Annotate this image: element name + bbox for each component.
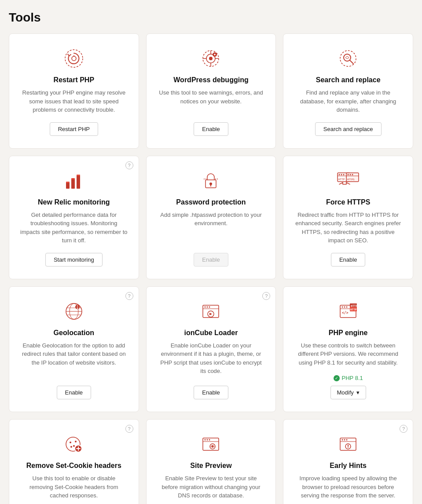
early-hints-info-icon[interactable]: ? (400, 425, 407, 433)
ioncube-loader-icon (199, 300, 222, 323)
ioncube-button[interactable]: Enable (194, 386, 228, 399)
card-restart-php: Restart PHP Restarting your PHP engine m… (9, 33, 139, 149)
svg-point-77 (212, 446, 213, 447)
geolocation-icon (62, 300, 85, 323)
remove-cookie-icon (62, 433, 85, 456)
svg-point-63 (70, 442, 71, 443)
wordpress-debugging-button[interactable]: Enable (194, 122, 228, 136)
early-hints-title: Early Hints (330, 462, 367, 470)
geolocation-button[interactable]: Enable (57, 386, 91, 399)
svg-point-66 (70, 446, 72, 448)
php-version-status: PHP 8.1 (334, 375, 363, 381)
card-password-protection: Password protection Add simple .htpasswd… (146, 156, 276, 279)
svg-point-5 (209, 57, 213, 60)
svg-point-82 (346, 439, 348, 441)
force-https-desc: Redirect traffic from HTTP to HTTPS for … (294, 211, 402, 245)
wordpress-debugging-desc: Use this tool to see warnings, errors, a… (157, 88, 265, 114)
card-remove-cookie: ? Remove Set-Cookie headers Use this too… (9, 419, 139, 504)
restart-php-title: Restart PHP (54, 76, 94, 84)
remove-cookie-desc: Use this tool to enable or disable remov… (20, 474, 128, 500)
early-hints-desc: Improve loading speed by allowing the br… (294, 474, 402, 500)
svg-point-54 (342, 306, 343, 307)
password-protection-title: Password protection (176, 198, 246, 206)
restart-php-icon (62, 47, 85, 70)
site-preview-title: Site Preview (190, 462, 231, 470)
chevron-down-icon: ▾ (356, 389, 360, 396)
svg-point-74 (207, 439, 208, 441)
site-preview-desc: Enable Site Preview to test your site be… (157, 474, 265, 504)
page-title: Tools (9, 11, 413, 25)
new-relic-desc: Get detailed performance data for troubl… (20, 211, 128, 245)
site-preview-icon (199, 433, 222, 456)
svg-text:HTTPS: HTTPS (347, 178, 355, 181)
force-https-title: Force HTTPS (326, 198, 370, 206)
svg-point-56 (346, 306, 348, 307)
search-replace-desc: Find and replace any value in the databa… (294, 88, 402, 114)
svg-line-15 (350, 60, 353, 64)
modify-button-label: Modify (337, 389, 354, 396)
card-site-preview: Site Preview Enable Site Preview to test… (146, 419, 276, 504)
force-https-icon: HTTP HTTPS (337, 169, 360, 192)
new-relic-button[interactable]: Start monitoring (45, 253, 103, 267)
card-force-https: HTTP HTTPS Force HTTPS Redirect traffic … (283, 156, 413, 279)
new-relic-info-icon[interactable]: ? (125, 161, 133, 169)
svg-text:HTTPS: HTTPS (350, 308, 358, 311)
card-ioncube: ? ionCube Loader Enable ionCube Loader o… (146, 286, 276, 413)
card-php-engine: HTTP </> HTTPS PHP engine Use these cont… (283, 286, 413, 413)
remove-cookie-title: Remove Set-Cookie headers (26, 462, 121, 470)
card-search-replace: Search and replace Find and replace any … (283, 33, 413, 149)
remove-cookie-info-icon[interactable]: ? (125, 425, 133, 433)
card-wordpress-debugging: WordPress debugging Use this tool to see… (146, 33, 276, 149)
geolocation-info-icon[interactable]: ? (125, 292, 133, 300)
svg-point-50 (209, 306, 210, 307)
php-engine-desc: Use these controls to switch between dif… (294, 341, 402, 367)
svg-point-37 (352, 174, 353, 175)
php-engine-modify-button[interactable]: Modify ▾ (330, 386, 366, 399)
svg-point-23 (209, 183, 212, 185)
php-status-dot (334, 375, 340, 381)
password-protection-icon (199, 169, 222, 192)
svg-point-85 (348, 447, 349, 448)
svg-point-49 (207, 306, 208, 307)
svg-point-80 (342, 439, 343, 441)
password-protection-button: Enable (194, 253, 228, 267)
svg-point-1 (72, 56, 76, 61)
php-version-label: PHP 8.1 (342, 375, 363, 381)
svg-point-81 (344, 439, 345, 441)
card-early-hints: ? Early Hints Improve loading speed by a… (283, 419, 413, 504)
svg-point-31 (343, 174, 345, 175)
svg-point-45 (77, 306, 78, 307)
svg-rect-19 (66, 182, 70, 183)
svg-point-64 (73, 445, 75, 447)
force-https-button[interactable]: Enable (331, 253, 365, 267)
svg-point-73 (205, 439, 206, 441)
svg-text:</>: </> (342, 311, 349, 315)
svg-point-36 (350, 174, 351, 175)
svg-rect-16 (66, 183, 70, 189)
tools-grid: Restart PHP Restarting your PHP engine m… (9, 33, 413, 504)
card-new-relic: ? New Relic monitoring Get detailed perf… (9, 156, 139, 279)
ioncube-title: ionCube Loader (184, 329, 238, 337)
search-replace-icon (337, 47, 360, 70)
svg-point-65 (75, 441, 77, 442)
early-hints-icon (337, 433, 360, 456)
restart-php-desc: Restarting your PHP engine may resolve s… (20, 88, 128, 114)
ioncube-info-icon[interactable]: ? (262, 292, 270, 300)
svg-rect-21 (77, 175, 80, 176)
geolocation-title: Geolocation (54, 329, 94, 337)
svg-point-29 (339, 174, 340, 175)
ioncube-desc: Enable ionCube Loader on your environmen… (157, 341, 265, 378)
php-engine-icon: HTTP </> HTTPS (337, 300, 360, 323)
search-replace-button[interactable]: Search and replace (315, 122, 382, 136)
svg-point-0 (65, 50, 83, 67)
svg-point-48 (205, 306, 206, 307)
wordpress-debugging-icon (199, 47, 222, 70)
svg-text:HTTP: HTTP (338, 178, 345, 181)
restart-php-button[interactable]: Restart PHP (50, 122, 98, 136)
password-protection-desc: Add simple .htpasswd protection to your … (157, 211, 265, 245)
svg-rect-17 (71, 179, 75, 189)
svg-rect-18 (77, 175, 80, 189)
svg-point-75 (209, 439, 210, 441)
card-geolocation: ? Geolocation Enable Geolocation for the… (9, 286, 139, 413)
svg-point-55 (344, 306, 345, 307)
